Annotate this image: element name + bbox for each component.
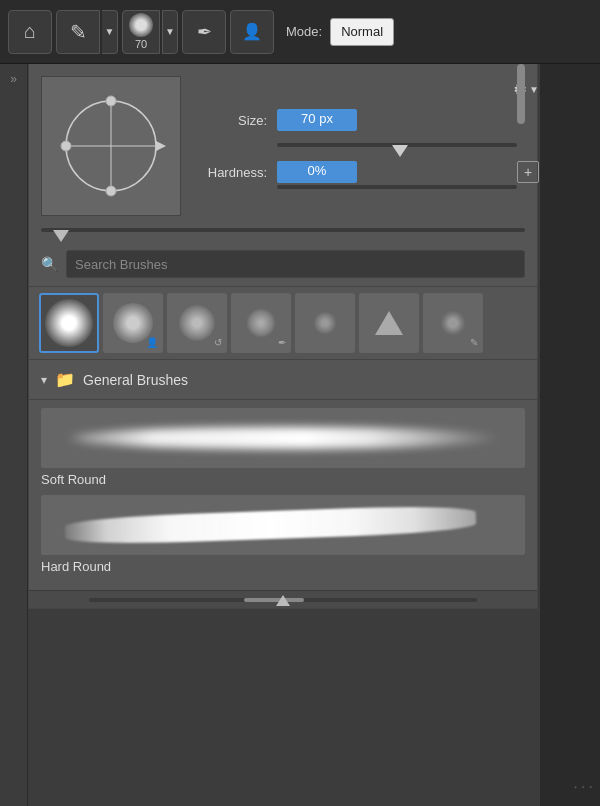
stamp-button[interactable]: ✎: [56, 10, 100, 54]
preset-brush-3[interactable]: ↺: [167, 293, 227, 353]
stamp-dropdown-arrow[interactable]: ▼: [102, 10, 118, 54]
hardness-slider-container: [277, 185, 517, 189]
svg-marker-6: [156, 141, 166, 151]
preset-brush-4[interactable]: ✒: [231, 293, 291, 353]
pen-icon: ✒: [197, 21, 212, 43]
preset-brush-2[interactable]: 👤: [103, 293, 163, 353]
preset-brush-soft-large: [45, 299, 93, 347]
preset-brush-triangle: [375, 311, 403, 335]
stamp-icon: ✎: [70, 20, 87, 44]
mode-label: Mode:: [286, 24, 322, 39]
settings-row: ⚙ ▼: [195, 80, 539, 99]
brush-top-area: ⚙ ▼ Size: 70 px Hardness: 0%: [29, 64, 537, 224]
horizontal-scrollbar-thumb[interactable]: [244, 598, 304, 602]
general-brushes-header[interactable]: ▾ 📁 General Brushes: [29, 360, 537, 400]
brush-size-group: 70 ▼: [122, 10, 178, 54]
mode-dropdown[interactable]: Normal: [330, 18, 394, 46]
svg-point-3: [106, 96, 116, 106]
hardness-block: Hardness: 0%: [195, 157, 517, 189]
gear-dropdown-arrow: ▼: [529, 84, 539, 95]
preset-icon-pen-small: ✎: [470, 337, 478, 348]
preset-icon-spiral: ↺: [214, 337, 222, 348]
scroll-thumb[interactable]: [517, 64, 525, 124]
brush-panel: ⚙ ▼ Size: 70 px Hardness: 0%: [28, 64, 538, 609]
hard-round-label: Hard Round: [41, 559, 111, 574]
hard-round-stroke: [41, 495, 525, 555]
mode-value: Normal: [341, 24, 383, 39]
svg-point-4: [106, 186, 116, 196]
scrollbar-area: [519, 64, 529, 184]
soft-round-label: Soft Round: [41, 472, 106, 487]
bottom-scrollbar: [29, 590, 537, 608]
size-value-display[interactable]: 70 px: [277, 109, 357, 131]
hard-round-preview: [41, 495, 525, 555]
bottom-slider-thumb[interactable]: [53, 230, 69, 242]
left-sidebar-edge: »: [0, 64, 28, 806]
section-chevron: ▾: [41, 373, 47, 387]
brush-preview: [41, 76, 181, 216]
pen-tool-button[interactable]: ✒: [182, 10, 226, 54]
person-tool-button[interactable]: 👤: [230, 10, 274, 54]
preset-brush-5[interactable]: [295, 293, 355, 353]
preset-brush-1[interactable]: [39, 293, 99, 353]
hardness-plus-row: Hardness: 0% +: [195, 157, 539, 189]
size-slider-container: [277, 143, 539, 147]
brush-item-soft-round[interactable]: Soft Round: [41, 408, 525, 487]
section-title: General Brushes: [83, 372, 188, 388]
brush-size-number: 70: [135, 39, 147, 50]
home-icon: ⌂: [24, 20, 36, 43]
search-icon: 🔍: [41, 256, 58, 272]
scroll-up-arrow[interactable]: [276, 595, 290, 606]
brush-circle-preview: [129, 13, 153, 37]
brush-size-dropdown-arrow[interactable]: ▼: [162, 10, 178, 54]
hardness-value-display[interactable]: 0%: [277, 161, 357, 183]
soft-round-stroke: [41, 408, 525, 468]
bottom-slider-area: [29, 224, 537, 242]
general-brushes-section: ▾ 📁 General Brushes Soft Round Hard: [29, 360, 537, 590]
brush-presets-row: 👤 ↺ ✒ ✎: [29, 286, 537, 360]
person-icon: 👤: [242, 22, 262, 41]
main-toolbar: ⌂ ✎ ▼ 70 ▼ ✒ 👤 Mode: Normal: [0, 0, 600, 64]
right-background: [540, 64, 600, 806]
preset-brush-soft-medium-3: [246, 308, 276, 338]
preset-brush-soft-small-2: [441, 311, 465, 335]
size-slider-thumb[interactable]: [392, 145, 408, 157]
brush-controls: ⚙ ▼ Size: 70 px Hardness: 0%: [195, 76, 539, 216]
home-button[interactable]: ⌂: [8, 10, 52, 54]
size-control-row: Size: 70 px: [195, 109, 539, 131]
preset-brush-7[interactable]: ✎: [423, 293, 483, 353]
brush-list: Soft Round Hard Round: [29, 400, 537, 590]
size-label: Size:: [195, 113, 267, 128]
brush-preview-svg: [51, 86, 171, 206]
hardness-label: Hardness:: [195, 165, 267, 180]
brush-item-hard-round[interactable]: Hard Round: [41, 495, 525, 574]
hardness-control-row: Hardness: 0%: [195, 161, 517, 183]
search-area: 🔍: [29, 242, 537, 286]
bottom-slider-track[interactable]: [41, 228, 525, 232]
folder-icon: 📁: [55, 370, 75, 389]
preset-brush-soft-medium-2: [179, 305, 215, 341]
search-input[interactable]: [66, 250, 525, 278]
preset-brush-6[interactable]: [359, 293, 419, 353]
preset-brush-soft-small-1: [314, 312, 336, 334]
hardness-slider-track[interactable]: [277, 185, 517, 189]
left-collapse-arrow[interactable]: »: [10, 72, 17, 86]
preset-icon-pen: ✒: [278, 337, 286, 348]
stamp-group: ✎ ▼: [56, 10, 118, 54]
svg-point-5: [61, 141, 71, 151]
brush-size-button[interactable]: 70: [122, 10, 160, 54]
soft-round-preview: [41, 408, 525, 468]
preset-icon-person: 👤: [146, 337, 158, 348]
